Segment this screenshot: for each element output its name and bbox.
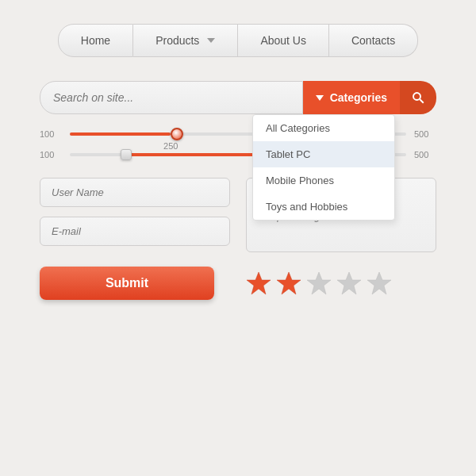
bottom-row: Submit: [40, 267, 436, 300]
nav-item-products[interactable]: Products: [133, 24, 238, 57]
star-4[interactable]: [336, 271, 362, 296]
main-content: Categories All Categories Tablet PC Mobi…: [0, 73, 476, 316]
dropdown-item-all[interactable]: All Categories: [253, 115, 394, 141]
svg-point-0: [413, 93, 420, 100]
svg-marker-2: [247, 272, 271, 294]
star-5-icon: [367, 271, 392, 296]
search-icon: [411, 90, 425, 105]
slider1-thumb[interactable]: [171, 128, 183, 140]
svg-marker-4: [307, 272, 331, 294]
star-4-icon: [336, 271, 362, 296]
slider2-max-label: 500: [414, 150, 436, 159]
svg-marker-5: [337, 272, 361, 294]
star-1-icon: [246, 271, 271, 296]
search-row: Categories All Categories Tablet PC Mobi…: [40, 81, 436, 114]
submit-button[interactable]: Submit: [40, 267, 214, 300]
username-input[interactable]: [40, 178, 230, 207]
email-input[interactable]: [40, 217, 230, 246]
star-5[interactable]: [367, 271, 392, 296]
categories-button[interactable]: Categories: [303, 81, 400, 114]
svg-marker-3: [277, 272, 301, 294]
nav-label-home: Home: [81, 34, 110, 47]
search-button[interactable]: [400, 81, 436, 114]
nav-label-contacts: Contacts: [351, 34, 395, 47]
categories-dropdown: All Categories Tablet PC Mobile Phones T…: [252, 114, 395, 221]
form-left-column: [40, 178, 230, 252]
categories-label: Categories: [330, 91, 387, 104]
nav-label-products: Products: [155, 34, 199, 47]
star-rating: [246, 271, 392, 296]
svg-line-1: [420, 99, 424, 103]
nav-item-home[interactable]: Home: [58, 24, 133, 57]
chevron-down-icon: [207, 38, 215, 43]
slider1-fill: [70, 132, 171, 136]
dropdown-item-tablet[interactable]: Tablet PC: [253, 141, 394, 167]
star-3[interactable]: [306, 271, 332, 296]
triangle-down-icon: [316, 95, 324, 101]
star-3-icon: [306, 271, 332, 296]
navigation: Home Products About Us Contacts: [0, 0, 476, 73]
slider1-max-label: 500: [414, 129, 436, 139]
dropdown-item-mobile[interactable]: Mobile Phones: [253, 167, 394, 194]
star-1[interactable]: [246, 271, 271, 296]
nav-item-about[interactable]: About Us: [238, 24, 329, 57]
svg-marker-6: [367, 272, 391, 294]
slider2-thumb-left[interactable]: [121, 149, 132, 160]
slider1-min-label: 100: [40, 129, 62, 139]
nav-item-contacts[interactable]: Contacts: [329, 24, 418, 57]
star-2[interactable]: [276, 271, 301, 296]
dropdown-item-toys[interactable]: Toys and Hobbies: [253, 194, 394, 220]
star-2-icon: [276, 271, 301, 296]
nav-label-about: About Us: [260, 34, 306, 47]
search-input[interactable]: [40, 81, 303, 114]
slider2-min-label: 100: [40, 150, 62, 159]
